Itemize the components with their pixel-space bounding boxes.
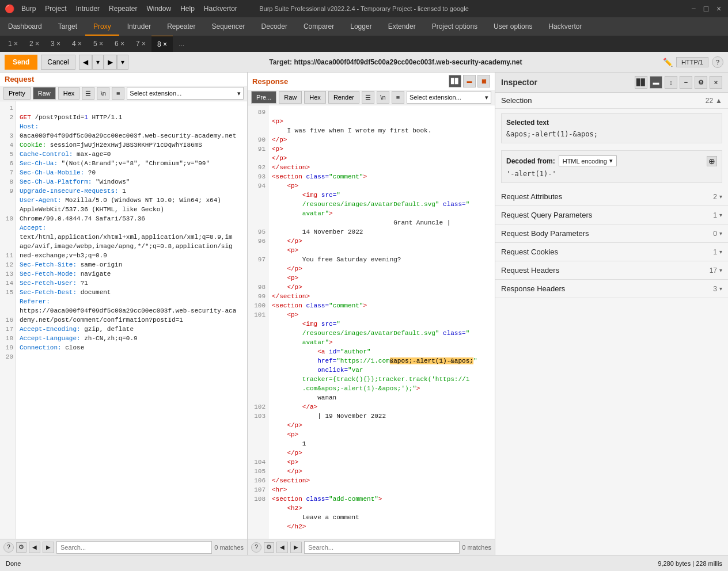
- nav-comparer[interactable]: Comparer: [295, 17, 342, 36]
- inspector-settings-btn[interactable]: ⚙: [695, 76, 707, 89]
- response-code-content[interactable]: <p> I was five when I wrote my first boo…: [268, 105, 495, 539]
- req-extension-select[interactable]: Select extension... ▾: [127, 87, 244, 100]
- resp-pretty-btn[interactable]: Pre...: [251, 91, 276, 104]
- req-attrs-label: Request Attributes: [501, 192, 562, 201]
- menu-window[interactable]: Window: [146, 5, 171, 13]
- req-headers-chevron: ▾: [719, 267, 722, 273]
- tab-1[interactable]: 1 ×: [2, 36, 24, 52]
- tab-more[interactable]: ...: [173, 40, 190, 48]
- req-cookies-row[interactable]: Request Cookies 1 ▾: [495, 243, 728, 261]
- inspector-minus-btn[interactable]: −: [680, 76, 692, 89]
- request-code-content[interactable]: GET /post?postId=1 HTTP/1.1 Host: 0aca00…: [16, 101, 247, 539]
- response-next-match[interactable]: ▶: [290, 542, 302, 553]
- inspector-sort-btn[interactable]: ↕: [665, 76, 677, 89]
- decoded-encoding-select[interactable]: HTML encoding ▾: [559, 155, 617, 166]
- app-logo: 🔴: [5, 4, 14, 13]
- resp-raw-btn[interactable]: Raw: [279, 91, 302, 104]
- selection-row[interactable]: Selection 22 ▲: [495, 93, 728, 109]
- inspector-close-btn[interactable]: ×: [710, 76, 722, 89]
- resp-hex-btn[interactable]: Hex: [304, 91, 326, 104]
- resp-render-btn[interactable]: Render: [328, 91, 359, 104]
- nav-extender[interactable]: Extender: [380, 17, 424, 36]
- resp-headers-row[interactable]: Response Headers 3 ▾: [495, 280, 728, 298]
- request-panel-header: Request: [0, 73, 247, 86]
- resp-extension-label: Select extension...: [410, 94, 461, 101]
- inspector-section-req-headers: Request Headers 17 ▾: [495, 261, 728, 280]
- prev-dropdown[interactable]: ▾: [92, 55, 104, 70]
- resp-split-view-btn[interactable]: ▊▊: [449, 75, 461, 87]
- resp-full-view-btn[interactable]: ▩: [477, 75, 490, 87]
- nav-intruder[interactable]: Intruder: [119, 17, 159, 36]
- req-format-icon[interactable]: ≡: [112, 87, 124, 100]
- req-indent-icon[interactable]: \n: [97, 87, 109, 100]
- tab-7[interactable]: 7 ×: [130, 36, 151, 52]
- resp-single-view-btn[interactable]: ▬: [463, 75, 476, 87]
- tab-6[interactable]: 6 ×: [109, 36, 130, 52]
- menu-repeater[interactable]: Repeater: [109, 5, 137, 13]
- request-prev-match[interactable]: ◀: [29, 542, 40, 553]
- response-search-input[interactable]: [304, 541, 460, 554]
- request-code-area[interactable]: 1 2 3 4 5 6 7 8 9 10 11 12 13 14: [0, 101, 247, 539]
- req-headers-row[interactable]: Request Headers 17 ▾: [495, 261, 728, 279]
- decoded-box: Decoded from: HTML encoding ▾ ⊕ '-alert(…: [501, 150, 722, 183]
- nav-decoder[interactable]: Decoder: [253, 17, 295, 36]
- response-search-gear[interactable]: ⚙: [264, 542, 274, 553]
- req-body-row[interactable]: Request Body Parameters 0 ▾: [495, 224, 728, 242]
- tab-2[interactable]: 2 ×: [24, 36, 45, 52]
- minimize-btn[interactable]: −: [689, 4, 698, 13]
- nav-target[interactable]: Target: [50, 17, 85, 36]
- tab-8[interactable]: 8 ×: [151, 36, 173, 52]
- menu-project[interactable]: Project: [45, 5, 66, 13]
- req-attrs-row[interactable]: Request Attributes 2 ▾: [495, 188, 728, 205]
- nav-project-options[interactable]: Project options: [424, 17, 486, 36]
- menu-help[interactable]: Help: [180, 5, 195, 13]
- nav-proxy[interactable]: Proxy: [85, 17, 119, 36]
- req-raw-btn[interactable]: Raw: [33, 87, 56, 100]
- add-decoded-btn[interactable]: ⊕: [707, 156, 717, 166]
- cancel-button[interactable]: Cancel: [41, 55, 75, 70]
- resp-headers-chevron: ▾: [719, 286, 722, 292]
- response-search-help[interactable]: ?: [251, 542, 261, 553]
- req-extension-label: Select extension...: [130, 90, 181, 97]
- resp-format-icon[interactable]: ≡: [392, 91, 404, 104]
- req-hex-btn[interactable]: Hex: [58, 87, 80, 100]
- nav-user-options[interactable]: User options: [486, 17, 540, 36]
- tab-5[interactable]: 5 ×: [88, 36, 109, 52]
- resp-indent-icon[interactable]: \n: [377, 91, 389, 104]
- response-prev-match[interactable]: ◀: [276, 542, 288, 553]
- response-title: Response: [252, 77, 288, 86]
- request-search-input[interactable]: [56, 541, 212, 554]
- send-button[interactable]: Send: [5, 55, 37, 70]
- http-version-badge[interactable]: HTTP/1: [676, 57, 708, 67]
- menu-burp[interactable]: Burp: [21, 5, 36, 13]
- request-search-help[interactable]: ?: [3, 542, 14, 553]
- nav-sequencer[interactable]: Sequencer: [204, 17, 253, 36]
- next-dropdown[interactable]: ▾: [117, 55, 128, 70]
- req-pretty-btn[interactable]: Pretty: [3, 87, 31, 100]
- help-button[interactable]: ?: [712, 56, 723, 68]
- next-arrow[interactable]: ▶: [104, 55, 117, 70]
- decoded-value: '-alert(1)-': [506, 170, 717, 178]
- inspector-view-btn2[interactable]: ▬: [650, 76, 662, 89]
- nav-logger[interactable]: Logger: [342, 17, 380, 36]
- edit-target-icon[interactable]: ✏️: [663, 58, 673, 67]
- menu-hackvertor[interactable]: Hackvertor: [204, 5, 237, 13]
- menu-intruder[interactable]: Intruder: [76, 5, 100, 13]
- nav-hackvertor[interactable]: Hackvertor: [540, 17, 590, 36]
- req-query-row[interactable]: Request Query Parameters 1 ▾: [495, 206, 728, 224]
- prev-arrow[interactable]: ◀: [79, 55, 92, 70]
- nav-repeater[interactable]: Repeater: [159, 17, 203, 36]
- response-code-area[interactable]: 89 90 91 92 93 94 95 96 97 9: [248, 105, 495, 539]
- inspector-view-btn1[interactable]: ▊▊: [635, 76, 647, 89]
- close-btn[interactable]: ×: [714, 4, 723, 13]
- tab-3[interactable]: 3 ×: [45, 36, 66, 52]
- maximize-btn[interactable]: □: [702, 4, 711, 13]
- request-next-match[interactable]: ▶: [43, 542, 54, 553]
- nav-dashboard[interactable]: Dashboard: [0, 17, 50, 36]
- request-search-gear[interactable]: ⚙: [16, 542, 26, 553]
- resp-extension-select[interactable]: Select extension... ▾: [407, 91, 491, 104]
- tab-4[interactable]: 4 ×: [66, 36, 88, 52]
- resp-list-icon[interactable]: ☰: [362, 91, 374, 104]
- req-list-icon[interactable]: ☰: [82, 87, 94, 100]
- window-controls: − □ ×: [689, 4, 723, 13]
